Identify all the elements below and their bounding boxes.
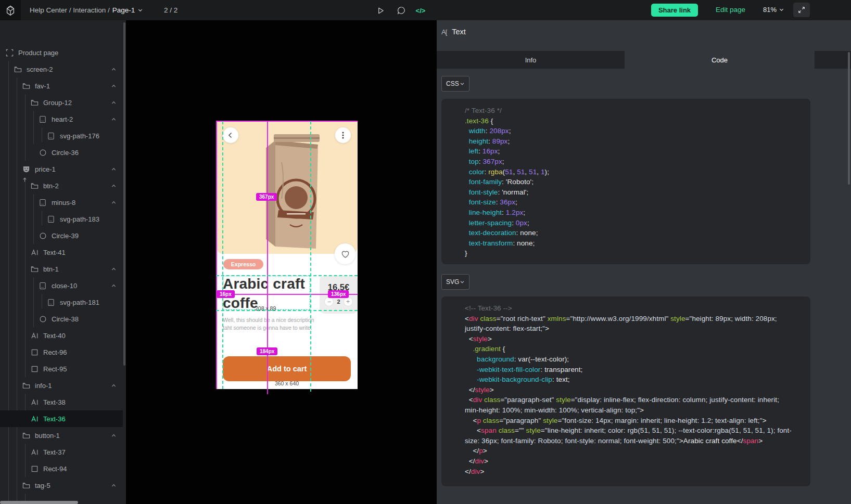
layer-row-group-12[interactable]: Group-12 <box>0 94 123 111</box>
code-line: </div> <box>465 467 801 477</box>
layer-label: btn-2 <box>43 182 59 190</box>
minus-button[interactable]: − <box>325 298 333 306</box>
layer-row-screen-2[interactable]: screen-2 <box>0 61 123 77</box>
chevron-up-icon[interactable] <box>111 166 117 172</box>
layer-row-rect-95[interactable]: Rect-95 <box>0 360 123 377</box>
layer-row-rect-94[interactable]: Rect-94 <box>0 460 123 477</box>
design-handoff-app: Help Center / Interaction / Page-1 2 / 2… <box>0 0 851 504</box>
comment-icon[interactable] <box>396 5 407 16</box>
zoom-level: 81% <box>763 6 777 14</box>
plus-button[interactable]: + <box>344 298 352 306</box>
code-line: <p class="paragraph" style="font-size: 1… <box>465 416 801 426</box>
favorite-button[interactable] <box>335 243 355 264</box>
panel-tabs: Info Code <box>437 51 851 69</box>
layer-row-circle-39[interactable]: Circle-39 <box>0 227 123 244</box>
layer-row-text-36[interactable]: Text-36 <box>0 410 123 427</box>
layer-row-svg-path-183[interactable]: svg-path-183 <box>0 211 123 227</box>
text-layer-icon: A[ <box>441 28 447 36</box>
text-icon <box>30 331 39 340</box>
svg-dropdown-value: SVG <box>446 278 459 286</box>
svg-file-icon <box>47 215 55 223</box>
layer-row-circle-38[interactable]: Circle-38 <box>0 311 123 327</box>
svg-language-dropdown[interactable]: SVG <box>441 274 469 290</box>
chevron-up-icon[interactable] <box>111 200 117 205</box>
share-link-button[interactable]: Share link <box>651 4 698 17</box>
layer-label: Rect-95 <box>43 365 67 373</box>
layer-row-text-37[interactable]: Text-37 <box>0 444 123 460</box>
tab-gutter <box>815 51 851 69</box>
edit-page-link[interactable]: Edit page <box>716 6 745 14</box>
layer-label: tag-5 <box>35 482 50 489</box>
layer-label: btn-1 <box>43 265 59 273</box>
code-mode-icon[interactable]: </> <box>415 5 426 16</box>
layer-row-text-40[interactable]: Text-40 <box>0 327 123 344</box>
app-logo[interactable] <box>0 0 21 20</box>
layer-label: Text-37 <box>43 448 66 456</box>
chevron-up-icon[interactable] <box>111 266 117 272</box>
play-icon[interactable] <box>375 5 386 16</box>
layer-row-btn-1[interactable]: btn-1 <box>0 261 123 277</box>
layer-row-btn-2[interactable]: btn-2 <box>0 177 123 194</box>
layer-row-price-1[interactable]: price-1 <box>0 161 123 177</box>
layer-row-product-page[interactable]: Product page <box>0 44 123 61</box>
chevron-up-icon[interactable] <box>111 67 117 72</box>
chevron-up-icon[interactable] <box>111 100 117 106</box>
breadcrumb[interactable]: Help Center / Interaction / Page-1 <box>30 0 143 20</box>
layer-row-svg-path-181[interactable]: svg-path-181 <box>0 294 123 311</box>
layer-label: minus-8 <box>52 199 75 206</box>
mask-icon <box>22 165 30 173</box>
layer-label: heart-2 <box>52 115 73 123</box>
fullscreen-button[interactable] <box>793 3 810 17</box>
folder-icon <box>30 182 39 190</box>
code-line: text-transform: none; <box>465 238 801 249</box>
folder-icon <box>22 481 30 489</box>
layer-row-minus-8[interactable]: minus-8 <box>0 194 123 211</box>
code-line: <span class="" style="line-height: inher… <box>465 425 801 436</box>
chevron-up-icon[interactable] <box>111 433 117 438</box>
panel-scrollbar[interactable] <box>848 52 850 185</box>
page-indicator: 2 / 2 <box>164 0 177 20</box>
layer-label: svg-path-176 <box>60 132 99 140</box>
chevron-up-icon[interactable] <box>111 483 117 488</box>
add-to-cart-button[interactable]: Add to cart <box>223 356 351 381</box>
more-options-button[interactable] <box>335 127 351 143</box>
tab-info[interactable]: Info <box>437 51 625 69</box>
code-line: line-height: 1.2px; <box>465 208 801 218</box>
layer-row-svg-path-176[interactable]: svg-path-176 <box>0 127 123 144</box>
layer-row-info-1[interactable]: info-1 <box>0 377 123 394</box>
layer-row-text-41[interactable]: Text-41 <box>0 244 123 261</box>
layer-row-circle-36[interactable]: Circle-36 <box>0 144 123 161</box>
product-description: Well, this should be a nice descriptiont… <box>223 316 316 332</box>
chevron-up-icon[interactable] <box>111 383 117 389</box>
layer-row-close-10[interactable]: close-10 <box>0 277 123 294</box>
back-button[interactable] <box>223 127 238 143</box>
breadcrumb-page[interactable]: Page-1 <box>112 6 135 14</box>
code-line: font-size: 36px; <box>465 197 801 208</box>
layer-row-heart-2[interactable]: heart-2 <box>0 111 123 127</box>
layer-row-rect-96[interactable]: Rect-96 <box>0 344 123 360</box>
tab-code[interactable]: Code <box>625 51 815 69</box>
frame-size-label: 360 x 640 <box>216 380 358 386</box>
layer-row-button-1[interactable]: button-1 <box>0 427 123 444</box>
chevron-up-icon[interactable] <box>111 83 117 89</box>
chevron-up-icon[interactable] <box>111 183 117 189</box>
sidebar-horizontal-scrollbar[interactable] <box>0 501 78 504</box>
chevron-up-icon[interactable] <box>111 283 117 289</box>
quantity-stepper: − 2 + <box>320 298 358 306</box>
expand-icon <box>798 6 805 14</box>
kebab-menu-icon <box>342 132 344 139</box>
chevron-down-icon <box>779 7 784 12</box>
code-line: -webkit-background-clip: text; <box>465 374 801 385</box>
zoom-dropdown[interactable]: 81% <box>763 6 784 14</box>
chevron-up-icon[interactable] <box>111 117 117 122</box>
css-language-dropdown[interactable]: CSS <box>441 76 469 92</box>
layer-label: close-10 <box>52 282 77 290</box>
layer-row-tag-5[interactable]: tag-5 <box>0 477 123 494</box>
layer-label: fav-1 <box>35 82 50 90</box>
layer-row-text-38[interactable]: Text-38 <box>0 394 123 410</box>
product-tag-badge: Expresso <box>223 259 263 269</box>
screen-frame[interactable]: Expresso Arabic craftcoffe Well, this sh… <box>216 121 358 389</box>
sidebar-vertical-scrollbar[interactable] <box>123 22 125 366</box>
layer-row-fav-1[interactable]: fav-1 <box>0 77 123 94</box>
folder-icon <box>22 431 30 440</box>
